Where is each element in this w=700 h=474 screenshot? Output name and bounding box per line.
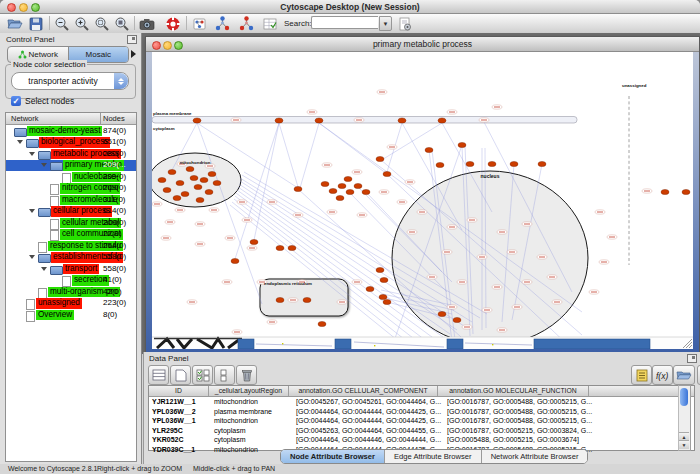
- network-node[interactable]: [276, 245, 284, 250]
- disclosure-triangle-icon[interactable]: [41, 163, 47, 167]
- network-node[interactable]: [173, 195, 181, 200]
- tree-row[interactable]: macromolecule311(0): [6, 194, 136, 206]
- table-cell[interactable]: [GO:0044464, GO:0044444, GO:0044425, G..…: [293, 416, 444, 426]
- network-node[interactable]: [366, 286, 374, 291]
- snapshot-icon[interactable]: [138, 15, 155, 32]
- plugin-icon[interactable]: [396, 15, 413, 32]
- network-node[interactable]: [200, 177, 208, 182]
- network-node[interactable]: [208, 171, 216, 176]
- tree-row-label[interactable]: mosaic-demo-yeast: [27, 126, 102, 137]
- table-cell[interactable]: YPL036W__1: [149, 416, 211, 426]
- table-cell[interactable]: mitochondrion: [211, 416, 293, 426]
- table-cell[interactable]: [GO:0045267, GO:0045261, GO:0044464, G..…: [293, 397, 444, 407]
- import-attributes-icon[interactable]: [673, 365, 695, 385]
- network-node[interactable]: [425, 147, 433, 152]
- tree-row[interactable]: nitrogen compo209(0): [6, 183, 136, 195]
- delete-attribute-icon[interactable]: [236, 365, 257, 385]
- tree-row[interactable]: cellular metabol209(0): [6, 217, 136, 229]
- tab-network-attribute-browser[interactable]: Network Attribute Browser: [482, 450, 588, 463]
- network-node[interactable]: [538, 161, 546, 166]
- node-color-combobox[interactable]: transporter activity: [11, 72, 129, 90]
- tree-row[interactable]: establishment of lo558(0): [6, 252, 136, 264]
- network-node[interactable]: [376, 267, 384, 272]
- tree-row[interactable]: secretion41(0): [6, 275, 136, 287]
- table-cell[interactable]: mitochondrion: [211, 397, 293, 407]
- network-view-titlebar[interactable]: primary metabolic process: [146, 37, 699, 52]
- network-node[interactable]: [362, 189, 370, 194]
- combobox-stepper-icon[interactable]: [114, 73, 128, 89]
- network-node[interactable]: [193, 118, 201, 123]
- network-node[interactable]: [275, 118, 283, 123]
- network-node[interactable]: [438, 118, 446, 123]
- table-cell[interactable]: [GO:0016787, GO:0005215, GO:0003824, G..…: [444, 426, 597, 436]
- tab-node-attribute-browser[interactable]: Node Attribute Browser: [281, 450, 385, 463]
- network-node[interactable]: [438, 311, 446, 316]
- tree-row[interactable]: transport558(0): [6, 263, 136, 275]
- zoom-selected-icon[interactable]: [93, 15, 110, 32]
- table-cell[interactable]: YKR052C: [149, 435, 211, 445]
- network-node[interactable]: [276, 297, 284, 302]
- table-cell[interactable]: YJR121W__1: [149, 397, 211, 407]
- col-molecular-function[interactable]: annotation.GO MOLECULAR_FUNCTION: [438, 386, 589, 396]
- help-ring-icon[interactable]: [164, 15, 181, 32]
- network-node[interactable]: [458, 142, 466, 147]
- tree-row[interactable]: Overview8(0): [6, 309, 136, 321]
- network-node[interactable]: [163, 187, 171, 192]
- heatmap-icon[interactable]: [697, 365, 700, 385]
- network-node[interactable]: [488, 161, 496, 166]
- network-node[interactable]: [176, 180, 184, 185]
- table-cell[interactable]: YLR295C: [149, 426, 211, 436]
- formula-icon[interactable]: f(x): [652, 365, 673, 385]
- network-node[interactable]: [398, 118, 406, 123]
- search-input[interactable]: [311, 16, 378, 29]
- network-node[interactable]: [250, 239, 258, 244]
- scrollbar-thumb[interactable]: [680, 388, 688, 406]
- zoom-out-icon[interactable]: [53, 15, 70, 32]
- network-node[interactable]: [288, 245, 296, 250]
- network-node[interactable]: [205, 189, 213, 194]
- disclosure-triangle-icon[interactable]: [29, 209, 35, 213]
- network-node[interactable]: [181, 191, 189, 196]
- tree-row[interactable]: cellular process614(0): [6, 206, 136, 218]
- network-node[interactable]: [190, 175, 198, 180]
- tree-row-label[interactable]: transport: [63, 264, 99, 275]
- disclosure-triangle-icon[interactable]: [29, 255, 35, 259]
- annotation-icon[interactable]: [191, 15, 208, 32]
- network-node[interactable]: [168, 169, 176, 174]
- table-cell[interactable]: cytoplasm: [211, 426, 293, 436]
- tab-overflow-arrow[interactable]: [131, 50, 136, 58]
- attribute-edit-icon[interactable]: [261, 15, 278, 32]
- tree-row[interactable]: response to stimulu264(0): [6, 240, 136, 252]
- network-node[interactable]: [186, 166, 194, 171]
- network-node[interactable]: [383, 299, 391, 304]
- network-node[interactable]: [338, 183, 346, 188]
- tree-row[interactable]: unassigned223(0): [6, 298, 136, 310]
- table-cell[interactable]: YDR039C__1: [149, 445, 211, 455]
- disclosure-triangle-icon[interactable]: [29, 152, 35, 156]
- table-cell[interactable]: [GO:0016787, GO:0005488, GO:0005215, G..…: [444, 407, 597, 417]
- network-node[interactable]: [213, 180, 221, 185]
- network-node[interactable]: [336, 195, 344, 200]
- table-cell[interactable]: [GO:0045263, GO:0044464, GO:0044455, G..…: [293, 426, 444, 436]
- table-cell[interactable]: [GO:0005488, GO:0005215, GO:0003674]: [444, 435, 597, 445]
- network-node[interactable]: [344, 176, 352, 181]
- tree-row[interactable]: nucleobase-209(0): [6, 171, 136, 183]
- table-cell[interactable]: [GO:0044464, GO:0044446, GO:0044444, G..…: [293, 435, 444, 445]
- attribute-table-icon[interactable]: [148, 365, 169, 385]
- table-row[interactable]: YKR052Ccytoplasm[GO:0044464, GO:0044446,…: [149, 435, 694, 445]
- network-node[interactable]: [321, 181, 329, 186]
- table-cell[interactable]: [GO:0016787, GO:0005488, GO:0005215, G..…: [444, 416, 597, 426]
- col-region[interactable]: _cellularLayoutRegion: [209, 386, 289, 396]
- layout-blue-icon[interactable]: [214, 15, 231, 32]
- network-node[interactable]: [354, 183, 362, 188]
- col-cellular-component[interactable]: annotation.GO CELLULAR_COMPONENT: [289, 386, 438, 396]
- network-node[interactable]: [682, 189, 690, 194]
- scroll-down-icon[interactable]: ▼: [679, 440, 689, 449]
- disclosure-triangle-icon[interactable]: [17, 140, 23, 144]
- tab-edge-attribute-browser[interactable]: Edge Attribute Browser: [385, 450, 482, 463]
- zoom-in-icon[interactable]: [73, 15, 90, 32]
- network-node[interactable]: [510, 161, 518, 166]
- float-data-panel-icon[interactable]: [687, 354, 697, 363]
- search-dropdown-button[interactable]: ▼: [379, 16, 392, 31]
- network-node[interactable]: [380, 277, 388, 282]
